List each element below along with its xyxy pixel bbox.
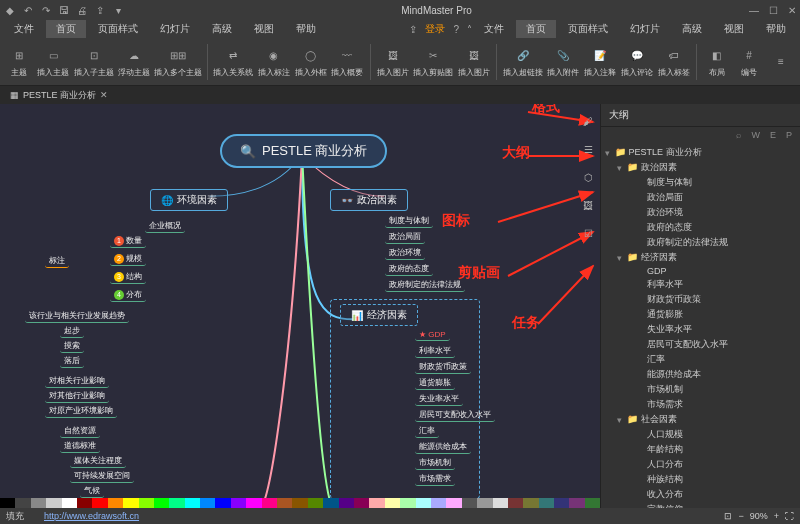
redo-icon[interactable]: ↷ xyxy=(40,4,52,16)
leaf-node[interactable]: 失业率水平 xyxy=(415,392,463,406)
leaf-node[interactable]: 企业概况 xyxy=(145,219,185,233)
tree-node[interactable]: 财政货币政策 xyxy=(601,292,800,307)
color-swatch[interactable] xyxy=(385,498,400,508)
leaf-node[interactable]: 标注 xyxy=(45,254,69,268)
leaf-node[interactable]: 对其他行业影响 xyxy=(45,389,109,403)
color-swatch[interactable] xyxy=(200,498,215,508)
print-icon[interactable]: 🖨 xyxy=(76,4,88,16)
color-swatch[interactable] xyxy=(354,498,369,508)
clipart-tool-icon[interactable]: 🖼 xyxy=(579,196,597,214)
tree-node[interactable]: ▾📁 经济因素 xyxy=(601,250,800,265)
ribbon-button[interactable]: 📝插入注释 xyxy=(582,44,617,80)
outline-tool-icon[interactable]: ☰ xyxy=(579,140,597,158)
leaf-node[interactable]: 摸索 xyxy=(60,339,84,353)
tree-node[interactable]: 人口分布 xyxy=(601,457,800,472)
color-swatch[interactable] xyxy=(246,498,261,508)
leaf-node[interactable]: 政府的态度 xyxy=(385,262,433,276)
leaf-node[interactable]: 落后 xyxy=(60,354,84,368)
color-swatch[interactable] xyxy=(339,498,354,508)
color-swatch[interactable] xyxy=(46,498,61,508)
color-swatch[interactable] xyxy=(400,498,415,508)
ribbon-button[interactable]: ☁浮动主题 xyxy=(117,44,152,80)
color-swatch[interactable] xyxy=(0,498,15,508)
tree-node[interactable]: ▾📁 PESTLE 商业分析 xyxy=(601,145,800,160)
zoom-fit-icon[interactable]: ⊡ xyxy=(724,511,732,521)
help-icon[interactable]: ? xyxy=(453,24,459,35)
color-swatch[interactable] xyxy=(539,498,554,508)
tree-node[interactable]: 种族结构 xyxy=(601,472,800,487)
color-swatch[interactable] xyxy=(231,498,246,508)
color-swatch[interactable] xyxy=(554,498,569,508)
minimize-icon[interactable]: — xyxy=(749,5,759,16)
leaf-node[interactable]: 居民可支配收入水平 xyxy=(415,408,495,422)
color-swatch[interactable] xyxy=(416,498,431,508)
menu-item[interactable]: 视图 xyxy=(244,20,284,38)
tree-node[interactable]: 失业率水平 xyxy=(601,322,800,337)
leaf-node[interactable]: 政治局面 xyxy=(385,230,425,244)
mindmap-canvas[interactable]: 🔍 PESTLE 商业分析 🌐 环境因素 企业概况 标注 👓 政治因素 📊 经济… xyxy=(0,104,600,508)
leaf-node[interactable]: 2 规模 xyxy=(110,252,146,266)
tree-node[interactable]: ▾📁 社会因素 xyxy=(601,412,800,427)
color-swatch[interactable] xyxy=(123,498,138,508)
menu-4[interactable]: 高级 xyxy=(672,20,712,38)
zoom-full-icon[interactable]: ⛶ xyxy=(785,511,794,521)
color-swatch[interactable] xyxy=(169,498,184,508)
leaf-node[interactable]: 气候 xyxy=(80,484,104,498)
color-swatch[interactable] xyxy=(431,498,446,508)
close-icon[interactable]: ✕ xyxy=(788,5,796,16)
task-tool-icon[interactable]: ☑ xyxy=(579,224,597,242)
color-swatch[interactable] xyxy=(154,498,169,508)
color-swatch[interactable] xyxy=(292,498,307,508)
tree-node[interactable]: GDP xyxy=(601,265,800,277)
leaf-node[interactable]: 道德标准 xyxy=(60,439,100,453)
menu-2[interactable]: 页面样式 xyxy=(558,20,618,38)
share-icon[interactable]: ⇪ xyxy=(409,24,417,35)
menu-item[interactable]: 帮助 xyxy=(286,20,326,38)
color-palette[interactable] xyxy=(0,498,600,508)
ribbon-button[interactable]: ✂插入剪贴图 xyxy=(413,44,455,80)
status-url[interactable]: http://www.edrawsoft.cn xyxy=(44,511,139,521)
color-swatch[interactable] xyxy=(139,498,154,508)
tree-node[interactable]: 利率水平 xyxy=(601,277,800,292)
leaf-node[interactable]: 市场机制 xyxy=(415,456,455,470)
menu-0[interactable]: 文件 xyxy=(474,20,514,38)
leaf-node[interactable]: 通货膨胀 xyxy=(415,376,455,390)
ribbon-button[interactable]: ▭插入主题 xyxy=(36,44,71,80)
menu-6[interactable]: 帮助 xyxy=(756,20,796,38)
menu-3[interactable]: 幻灯片 xyxy=(620,20,670,38)
ribbon-button[interactable]: ⇄插入关系线 xyxy=(213,44,255,80)
qat-dropdown-icon[interactable]: ▾ xyxy=(112,4,124,16)
leaf-node[interactable]: 政府制定的法律法规 xyxy=(385,278,465,292)
tree-node[interactable]: 政府制定的法律法规 xyxy=(601,235,800,250)
root-node[interactable]: 🔍 PESTLE 商业分析 xyxy=(220,134,387,168)
color-swatch[interactable] xyxy=(369,498,384,508)
collapse-ribbon-icon[interactable]: ˄ xyxy=(467,24,472,35)
ribbon-button[interactable]: ≡ xyxy=(766,49,796,74)
branch-env[interactable]: 🌐 环境因素 xyxy=(150,189,228,211)
menu-5[interactable]: 视图 xyxy=(714,20,754,38)
tree-node[interactable]: 年龄结构 xyxy=(601,442,800,457)
undo-icon[interactable]: ↶ xyxy=(22,4,34,16)
color-swatch[interactable] xyxy=(277,498,292,508)
tree-node[interactable]: 制度与体制 xyxy=(601,175,800,190)
menu-item[interactable]: 幻灯片 xyxy=(150,20,200,38)
leaf-node[interactable]: 市场需求 xyxy=(415,472,455,486)
ribbon-button[interactable]: 🖼插入图片 xyxy=(376,44,411,80)
color-swatch[interactable] xyxy=(77,498,92,508)
maximize-icon[interactable]: ☐ xyxy=(769,5,778,16)
tree-node[interactable]: 汇率 xyxy=(601,352,800,367)
color-swatch[interactable] xyxy=(108,498,123,508)
color-swatch[interactable] xyxy=(215,498,230,508)
tree-node[interactable]: 居民可支配收入水平 xyxy=(601,337,800,352)
document-tab[interactable]: ▦ PESTLE 商业分析 ✕ xyxy=(4,87,114,104)
menu-1[interactable]: 首页 xyxy=(516,20,556,38)
color-swatch[interactable] xyxy=(185,498,200,508)
tree-node[interactable]: 市场机制 xyxy=(601,382,800,397)
tree-node[interactable]: ▾📁 政治因素 xyxy=(601,160,800,175)
panel-tool-e[interactable]: E xyxy=(770,130,776,140)
leaf-node[interactable]: 利率水平 xyxy=(415,344,455,358)
leaf-node[interactable]: 3 结构 xyxy=(110,270,146,284)
ribbon-button[interactable]: 📎插入附件 xyxy=(546,44,581,80)
leaf-node[interactable]: 自然资源 xyxy=(60,424,100,438)
ribbon-button[interactable]: 🔗插入超链接 xyxy=(502,44,544,80)
